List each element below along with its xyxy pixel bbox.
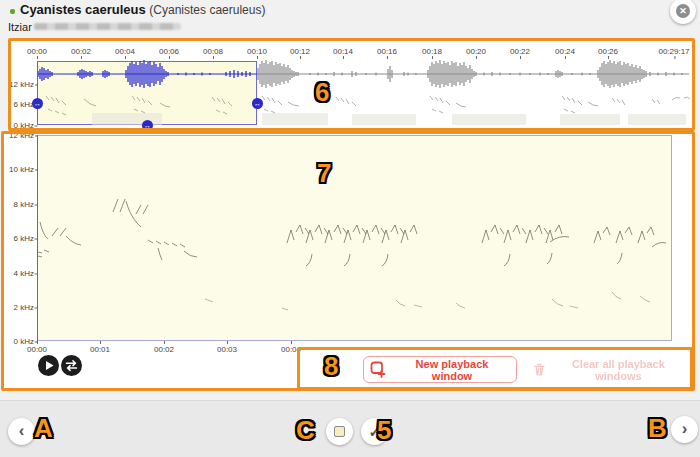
redacted-uploader-info	[34, 23, 181, 30]
play-button[interactable]	[38, 355, 59, 376]
clear-playback-windows-button[interactable]: Clear all playback windows	[527, 356, 689, 383]
close-icon: ✕	[676, 4, 690, 18]
close-button[interactable]: ✕	[670, 0, 696, 24]
loop-icon	[61, 355, 82, 376]
overview-navigator[interactable]	[11, 41, 692, 128]
square-icon	[334, 426, 345, 437]
page-title: Cyanistes caeruleus (Cyanistes caeruleus…	[20, 2, 265, 17]
uploader-name: Itziar	[8, 21, 32, 33]
species-name: Cyanistes caeruleus	[20, 2, 146, 17]
spectrogram-canvas[interactable]	[37, 135, 672, 341]
new-playback-window-button[interactable]: New playback window	[363, 356, 517, 383]
clear-playback-windows-label: Clear all playback windows	[554, 358, 683, 382]
chevron-left-icon: ‹	[19, 422, 25, 439]
next-recording-button[interactable]: ›	[671, 416, 698, 443]
confirm-button[interactable]: ✓	[361, 418, 388, 445]
chevron-right-icon: ›	[682, 420, 688, 437]
previous-recording-button[interactable]: ‹	[8, 418, 35, 445]
spectrogram-view-button[interactable]	[326, 418, 353, 445]
loop-button[interactable]	[61, 355, 82, 376]
new-playback-window-label: New playback window	[394, 358, 510, 382]
check-icon: ✓	[369, 424, 381, 440]
new-window-icon	[370, 361, 386, 378]
recording-modal: Cyanistes caeruleus (Cyanistes caeruleus…	[0, 0, 700, 457]
species-latin-name: (Cyanistes caeruleus)	[149, 3, 265, 17]
trash-icon	[533, 362, 546, 377]
species-status-dot	[10, 9, 15, 14]
play-icon	[38, 355, 59, 376]
